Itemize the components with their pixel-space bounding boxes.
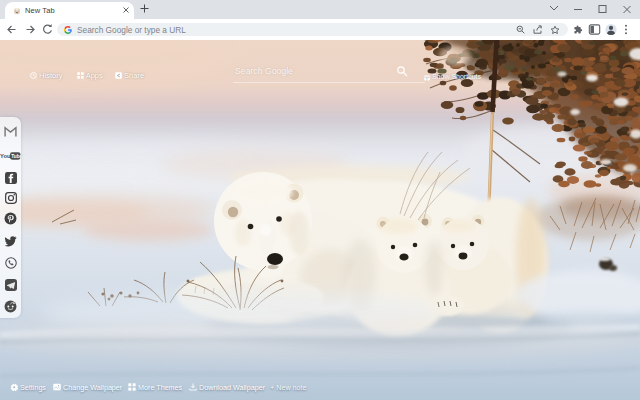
svg-text:Tube: Tube (11, 154, 21, 159)
svg-text:You: You (0, 153, 11, 159)
